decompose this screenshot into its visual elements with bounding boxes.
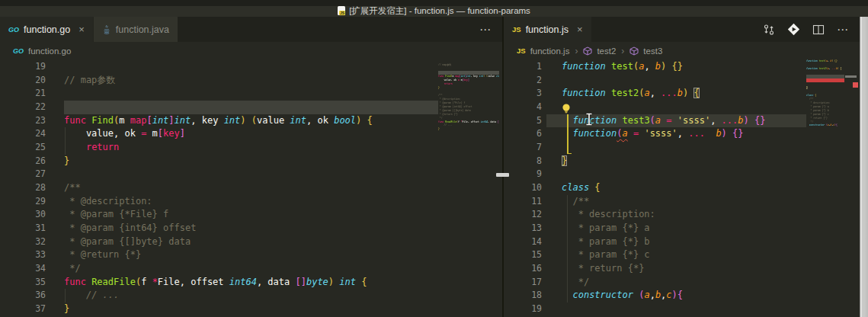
code-line[interactable]: * return {*} bbox=[546, 262, 806, 276]
code-line[interactable]: constructor (a,b,c){ bbox=[546, 289, 806, 303]
left-minimap[interactable]: // map参数 func Find(m map[int]int, key in… bbox=[438, 59, 499, 317]
code-line[interactable]: /** bbox=[55, 181, 438, 195]
line-number: 29 bbox=[0, 195, 46, 209]
close-icon[interactable]: × bbox=[577, 24, 583, 35]
line-number: 27 bbox=[0, 168, 46, 181]
js-icon: JS bbox=[517, 46, 526, 55]
code-line[interactable]: } bbox=[55, 303, 438, 316]
line-number: 21 bbox=[0, 87, 46, 101]
breadcrumb-file[interactable]: function.js bbox=[530, 46, 570, 56]
code-line[interactable]: * @description: bbox=[55, 195, 438, 209]
symbol-cube-icon bbox=[629, 46, 639, 56]
sash-handle[interactable] bbox=[496, 173, 509, 177]
right-breadcrumb: JS function.js › test2 › test3 bbox=[504, 42, 860, 59]
line-number: 31 bbox=[0, 222, 46, 235]
code-line[interactable]: /** bbox=[546, 195, 806, 209]
code-line[interactable] bbox=[55, 87, 438, 101]
code-line[interactable]: // map参数 bbox=[55, 74, 438, 88]
breadcrumb-separator: › bbox=[621, 46, 624, 56]
line-number: 20 bbox=[0, 74, 46, 88]
java-icon bbox=[102, 24, 111, 35]
code-line[interactable]: function test2(a, ...b) { bbox=[546, 87, 806, 101]
line-number: 22 bbox=[0, 101, 46, 114]
overview-ruler[interactable] bbox=[844, 59, 860, 317]
code-line[interactable]: */ bbox=[55, 262, 438, 276]
editor-group-left: GO function.go × function.java ⋯ bbox=[0, 17, 502, 317]
code-line[interactable]: func ReadFile(f *File, offset int64, dat… bbox=[55, 276, 438, 290]
line-number: 17 bbox=[504, 276, 542, 290]
close-icon[interactable]: × bbox=[78, 24, 85, 35]
code-line[interactable] bbox=[546, 141, 806, 155]
left-code[interactable]: // map参数 func Find(m map[int]int, key in… bbox=[55, 60, 438, 317]
code-line[interactable]: * @param {*File} f bbox=[55, 208, 438, 222]
go-icon: GO bbox=[13, 47, 24, 55]
code-line[interactable]: * description: bbox=[546, 208, 806, 222]
code-line[interactable]: value, ok = m[key] bbox=[55, 127, 438, 141]
split-editor-icon[interactable] bbox=[812, 24, 825, 36]
line-number: 28 bbox=[0, 181, 46, 195]
left-tab-bar: GO function.go × function.java ⋯ bbox=[0, 17, 502, 42]
line-number: 11 bbox=[504, 195, 542, 209]
code-line[interactable] bbox=[546, 168, 806, 181]
right-minimap[interactable]: function test(a, b) {} function test2(a,… bbox=[806, 59, 844, 317]
code-line[interactable]: } bbox=[546, 155, 806, 168]
tab-label: function.go bbox=[24, 24, 70, 35]
code-line[interactable]: * param {*} c bbox=[546, 248, 806, 262]
tab-function-java[interactable]: function.java bbox=[93, 17, 178, 42]
code-line[interactable]: // ... bbox=[55, 289, 438, 303]
code-line[interactable]: return bbox=[55, 141, 438, 155]
tab-label: function.java bbox=[116, 24, 169, 35]
more-actions-icon[interactable]: ⋯ bbox=[479, 23, 492, 37]
line-number: 15 bbox=[504, 248, 542, 262]
right-gutter: 12345678910111213141516171819 bbox=[504, 60, 542, 317]
right-code[interactable]: function test(a, b) {} function test2(a,… bbox=[546, 60, 806, 317]
line-number: 19 bbox=[504, 303, 542, 316]
right-tab-bar: JS function.js × bbox=[504, 17, 860, 42]
code-line[interactable]: * @param {int64} offset bbox=[55, 222, 438, 235]
line-number: 3 bbox=[504, 87, 542, 101]
code-line[interactable]: } bbox=[55, 155, 438, 168]
line-number: 8 bbox=[504, 155, 542, 168]
left-editor[interactable]: 19202122232425262728293031323334353637 /… bbox=[0, 59, 502, 317]
breadcrumb-file[interactable]: function.go bbox=[28, 46, 71, 56]
breadcrumb-symbol[interactable]: test3 bbox=[643, 46, 662, 56]
breadcrumb-symbol[interactable]: test2 bbox=[597, 46, 616, 56]
code-line[interactable]: * @return {*} bbox=[55, 248, 438, 262]
line-number: 14 bbox=[504, 235, 542, 249]
code-line[interactable]: * param {*} a bbox=[546, 222, 806, 235]
line-number: 7 bbox=[504, 141, 542, 155]
tab-function-js[interactable]: JS function.js × bbox=[504, 17, 591, 42]
code-line[interactable] bbox=[546, 74, 806, 88]
line-number: 6 bbox=[504, 127, 542, 141]
line-number: 23 bbox=[0, 114, 46, 128]
code-line[interactable]: func Find(m map[int]int, key int) (value… bbox=[55, 114, 438, 128]
right-editor[interactable]: 12345678910111213141516171819 function t… bbox=[504, 59, 860, 317]
run-debug-icon[interactable] bbox=[787, 23, 800, 36]
code-line[interactable]: class { bbox=[546, 181, 806, 195]
scrollbar-thumb[interactable] bbox=[845, 75, 857, 78]
code-line[interactable] bbox=[55, 60, 438, 74]
code-line[interactable]: * param {*} b bbox=[546, 235, 806, 249]
code-line[interactable] bbox=[55, 101, 438, 114]
line-number: 2 bbox=[504, 74, 542, 88]
tab-function-go[interactable]: GO function.go × bbox=[0, 17, 93, 42]
code-line[interactable] bbox=[546, 303, 806, 316]
code-line[interactable] bbox=[546, 101, 806, 114]
code-line[interactable]: * @param {[]byte} data bbox=[55, 235, 438, 249]
line-number: 37 bbox=[0, 303, 46, 316]
lightbulb-icon[interactable] bbox=[561, 103, 572, 114]
line-number: 16 bbox=[504, 262, 542, 276]
more-actions-icon[interactable]: ⋯ bbox=[837, 23, 849, 37]
code-line[interactable]: function(a = 'ssss', ... b) {} bbox=[546, 127, 806, 141]
symbol-cube-icon bbox=[583, 46, 592, 56]
code-line[interactable]: function test(a, b) {} bbox=[546, 60, 806, 74]
code-line[interactable]: */ bbox=[546, 276, 806, 290]
line-number: 5 bbox=[504, 114, 542, 128]
line-number: 25 bbox=[0, 141, 46, 155]
bracket-scope-guide bbox=[567, 114, 569, 154]
code-line[interactable] bbox=[55, 168, 438, 181]
compare-changes-icon[interactable] bbox=[763, 24, 775, 36]
editor-group-sash[interactable] bbox=[502, 17, 504, 317]
line-number: 33 bbox=[0, 248, 46, 262]
title-bar: [扩展开发宿主] - function.js — function-params bbox=[0, 0, 868, 17]
